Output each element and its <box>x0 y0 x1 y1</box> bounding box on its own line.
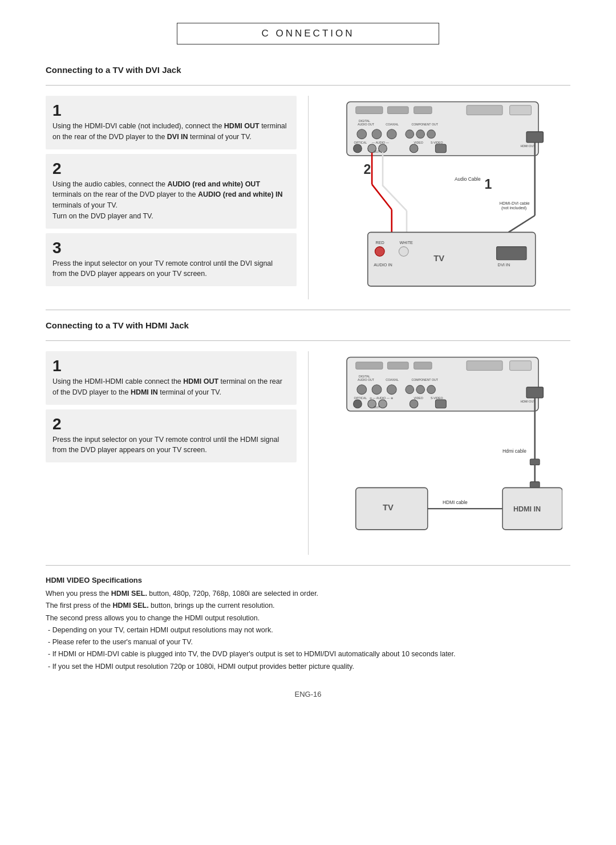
svg-rect-55 <box>509 361 531 371</box>
svg-text:TV: TV <box>433 254 444 263</box>
dvi-step-3-text: Press the input selector on your TV remo… <box>52 258 287 280</box>
svg-text:OPTICAL: OPTICAL <box>354 141 367 144</box>
dvi-step-1-number: 1 <box>52 103 287 119</box>
svg-text:VIDEO: VIDEO <box>414 396 423 400</box>
svg-line-40 <box>508 216 534 232</box>
svg-rect-2 <box>387 107 408 114</box>
svg-point-15 <box>427 130 435 139</box>
hdmi-step-1-number: 1 <box>52 358 287 374</box>
hdmi-step-1: 1 Using the HDMI-HDMI cable connect the … <box>46 351 297 405</box>
hdmi-section-heading: Connecting to a TV with HDMI Jack <box>46 320 570 330</box>
svg-text:S-VIDEO: S-VIDEO <box>431 396 443 400</box>
hdmi-specs-title: HDMI VIDEO Specifications <box>46 576 570 584</box>
page-title-box: C ONNECTION <box>177 23 439 44</box>
svg-text:COMPONENT OUT: COMPONENT OUT <box>411 379 438 382</box>
hdmi-step-1-text: Using the HDMI-HDMI cable connect the HD… <box>52 376 287 398</box>
hdmi-section-wrapper: 1 Using the HDMI-HDMI cable connect the … <box>46 351 570 555</box>
svg-point-61 <box>372 385 382 395</box>
svg-text:HDMI cable: HDMI cable <box>443 499 468 505</box>
dvi-section-wrapper: 1 Using the HDMI-DVI cable (not included… <box>46 96 570 299</box>
svg-rect-80 <box>530 459 540 465</box>
svg-text:COAXIAL: COAXIAL <box>386 123 399 127</box>
svg-point-13 <box>405 130 414 139</box>
svg-point-63 <box>405 385 414 394</box>
svg-text:S-VIDEO: S-VIDEO <box>431 141 443 144</box>
svg-line-37 <box>383 186 407 211</box>
svg-text:HDMI OUT: HDMI OUT <box>520 400 536 403</box>
svg-rect-54 <box>467 361 502 371</box>
svg-point-11 <box>372 129 382 139</box>
hdmi-step-2-text: Press the input selector on your TV remo… <box>52 434 287 456</box>
dvi-step-2-text: Using the audio cables, connect the AUDI… <box>52 179 287 222</box>
hdmi-specs-section: HDMI VIDEO Specifications When you press… <box>46 576 570 673</box>
svg-text:— AUDIO —: — AUDIO — <box>372 141 390 144</box>
svg-text:COMPONENT OUT: COMPONENT OUT <box>411 123 438 127</box>
hdmi-diagram-svg: DIGITAL AUDIO OUT COAXIAL COMPONENT OUT … <box>323 351 562 555</box>
dvi-step-1-text: Using the HDMI-DVI cable (not included),… <box>52 121 287 143</box>
svg-text:VIDEO: VIDEO <box>414 141 423 144</box>
svg-rect-48 <box>496 247 526 260</box>
svg-text:WHITE: WHITE <box>399 240 413 245</box>
svg-rect-5 <box>509 105 531 115</box>
svg-text:Audio Cable: Audio Cable <box>455 176 481 182</box>
svg-point-12 <box>387 129 396 139</box>
dvi-steps-col: 1 Using the HDMI-DVI cable (not included… <box>46 96 308 299</box>
hdmi-bottom-divider <box>46 565 570 566</box>
svg-rect-25 <box>526 132 543 143</box>
svg-text:COAXIAL: COAXIAL <box>386 379 399 382</box>
page-number: ENG-16 <box>46 690 570 698</box>
svg-text:OUT: OUT <box>374 405 380 409</box>
hdmi-step-2-number: 2 <box>52 416 287 432</box>
svg-text:OUT: OUT <box>374 150 380 153</box>
svg-rect-53 <box>414 362 432 369</box>
svg-text:AUDIO OUT: AUDIO OUT <box>357 379 374 382</box>
dvi-step-1: 1 Using the HDMI-DVI cable (not included… <box>46 96 297 149</box>
spec-bullet-4: - If you set the HDMI output resolution … <box>48 663 354 671</box>
svg-point-65 <box>427 385 435 394</box>
svg-text:DIGITAL: DIGITAL <box>359 375 370 378</box>
svg-point-45 <box>375 247 384 257</box>
svg-text:(not included): (not included) <box>501 206 526 211</box>
dvi-step-2: 2 Using the audio cables, connect the AU… <box>46 154 297 229</box>
svg-text:OPTICAL: OPTICAL <box>354 396 367 400</box>
svg-text:Hdmi cable: Hdmi cable <box>502 449 526 454</box>
hdmi-diagram-col: DIGITAL AUDIO OUT COAXIAL COMPONENT OUT … <box>308 351 570 555</box>
dvi-top-divider <box>46 85 570 86</box>
svg-rect-3 <box>414 107 432 114</box>
svg-text:2: 2 <box>363 162 371 177</box>
svg-point-73 <box>410 400 418 408</box>
svg-text:1: 1 <box>484 177 492 192</box>
dvi-diagram-col: DIGITAL AUDIO OUT COAXIAL COMPONENT OUT … <box>308 96 570 299</box>
svg-rect-52 <box>387 362 408 369</box>
svg-point-10 <box>356 129 366 139</box>
svg-text:RED: RED <box>375 240 384 245</box>
hdmi-top-divider <box>46 340 570 341</box>
svg-rect-75 <box>526 387 543 398</box>
svg-text:DVI IN: DVI IN <box>497 262 510 267</box>
page-title: C ONNECTION <box>262 28 355 39</box>
svg-rect-4 <box>467 105 502 115</box>
svg-point-46 <box>399 247 408 257</box>
svg-point-62 <box>387 385 396 395</box>
svg-point-64 <box>416 385 424 394</box>
svg-text:AUDIO IN: AUDIO IN <box>374 262 392 267</box>
hdmi-step-2: 2 Press the input selector on your TV re… <box>46 409 297 463</box>
svg-rect-82 <box>530 482 540 488</box>
dvi-bottom-divider <box>46 310 570 310</box>
spec-bullet-2: - Please refer to the user's manual of y… <box>48 638 193 646</box>
hdmi-steps-col: 1 Using the HDMI-HDMI cable connect the … <box>46 351 308 555</box>
svg-point-14 <box>416 130 424 139</box>
svg-text:HDMI OUT: HDMI OUT <box>520 144 536 148</box>
dvi-diagram-svg: DIGITAL AUDIO OUT COAXIAL COMPONENT OUT … <box>323 96 562 299</box>
svg-point-20 <box>353 144 362 153</box>
svg-rect-51 <box>355 362 382 369</box>
dvi-step-3: 3 Press the input selector on your TV re… <box>46 233 297 287</box>
svg-rect-74 <box>435 400 446 408</box>
svg-text:TV: TV <box>383 503 394 512</box>
svg-point-70 <box>353 400 362 408</box>
hdmi-specs-text: When you press the HDMI SEL. button, 480… <box>46 588 570 673</box>
svg-rect-24 <box>435 144 446 153</box>
spec-bullet-3: - If HDMI or HDMI-DVI cable is plugged i… <box>48 650 456 658</box>
svg-point-60 <box>356 385 366 395</box>
dvi-section-heading: Connecting to a TV with DVI Jack <box>46 65 570 75</box>
